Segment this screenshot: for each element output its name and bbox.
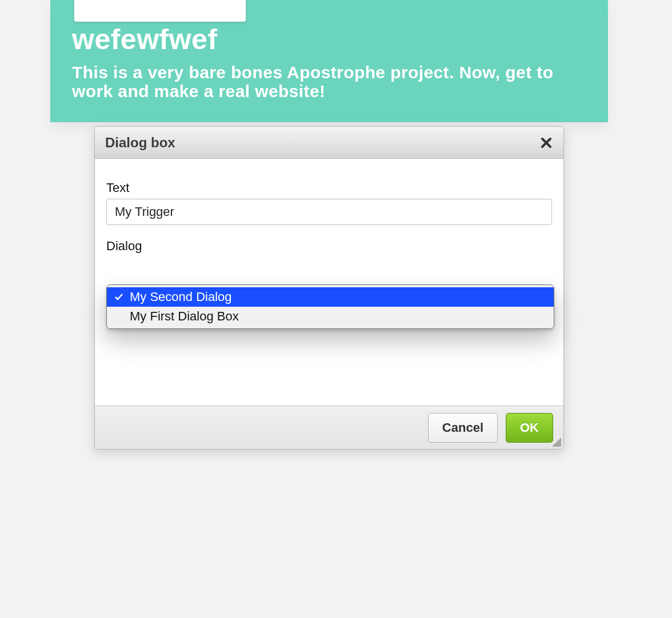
- dialog-box: Dialog box Text Dialog My Second Dialog: [94, 126, 564, 450]
- dropdown-option-0[interactable]: My Second Dialog: [107, 287, 554, 307]
- rich-text-toolbar: B I: [74, 0, 246, 22]
- dialog-header: Dialog box: [95, 127, 563, 159]
- dialog-title: Dialog box: [105, 135, 175, 151]
- check-icon: [114, 292, 124, 302]
- dialog-select-group: Dialog: [106, 239, 552, 254]
- dialog-body: Text Dialog My Second Dialog My First Di…: [95, 159, 563, 406]
- close-icon[interactable]: [539, 136, 553, 150]
- cancel-button[interactable]: Cancel: [428, 413, 498, 443]
- dropdown-option-label: My First Dialog Box: [130, 309, 239, 324]
- text-field-group: Text: [106, 180, 552, 225]
- dialog-select-label: Dialog: [106, 239, 552, 254]
- dialog-footer: Cancel OK: [95, 406, 563, 449]
- dropdown-option-label: My Second Dialog: [130, 290, 232, 304]
- ok-button[interactable]: OK: [506, 413, 553, 443]
- dialog-select-dropdown[interactable]: My Second Dialog My First Dialog Box: [106, 284, 554, 329]
- page-subtitle: This is a very bare bones Apostrophe pro…: [72, 63, 575, 101]
- dropdown-option-1[interactable]: My First Dialog Box: [107, 307, 554, 326]
- page-title: wefewfwef: [72, 23, 218, 56]
- text-field-label: Text: [106, 180, 552, 195]
- resize-handle[interactable]: [552, 438, 561, 447]
- text-field-input[interactable]: [106, 199, 552, 225]
